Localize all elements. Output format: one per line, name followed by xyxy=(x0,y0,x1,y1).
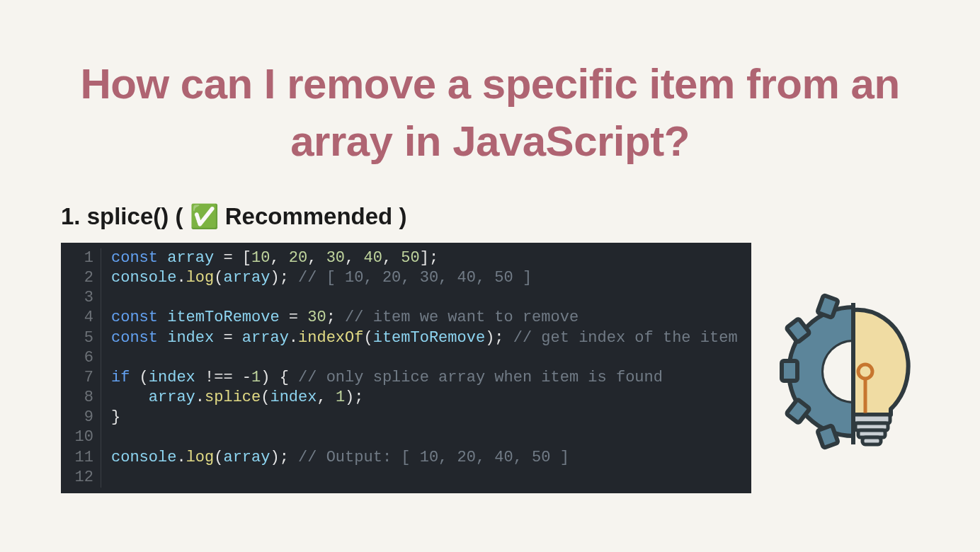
line-number: 4 xyxy=(74,308,93,328)
line-number: 1 xyxy=(74,248,93,268)
line-number: 10 xyxy=(74,427,93,447)
code-line: console.log(array); // [ 10, 20, 30, 40,… xyxy=(111,268,738,288)
section-heading: 1. splice() ( ✅ Recommended ) xyxy=(0,170,980,243)
code-gutter: 123456789101112 xyxy=(61,248,101,488)
svg-rect-10 xyxy=(862,437,881,444)
line-number: 2 xyxy=(74,268,93,288)
code-line: if (index !== -1) { // only splice array… xyxy=(111,368,738,388)
line-number: 9 xyxy=(74,408,93,427)
code-block: 123456789101112 const array = [10, 20, 3… xyxy=(61,243,751,493)
code-line xyxy=(111,288,738,308)
svg-rect-0 xyxy=(782,361,797,381)
line-number: 7 xyxy=(74,368,93,388)
line-number: 8 xyxy=(74,388,93,408)
lightbulb-icon xyxy=(853,310,908,444)
code-line: } xyxy=(111,408,738,427)
code-line: const array = [10, 20, 30, 40, 50]; xyxy=(111,248,738,268)
code-line xyxy=(111,348,738,368)
line-number: 3 xyxy=(74,288,93,308)
line-number: 6 xyxy=(74,348,93,368)
code-line xyxy=(111,427,738,447)
code-line: const itemToRemove = 30; // item we want… xyxy=(111,308,738,328)
line-number: 11 xyxy=(74,448,93,468)
line-number: 12 xyxy=(74,468,93,488)
svg-rect-4 xyxy=(817,425,838,448)
code-line: const index = array.indexOf(itemToRemove… xyxy=(111,328,738,348)
code-line: console.log(array); // Output: [ 10, 20,… xyxy=(111,448,738,468)
line-number: 5 xyxy=(74,328,93,348)
page-title: How can I remove a specific item from an… xyxy=(0,0,980,170)
svg-rect-3 xyxy=(817,295,838,318)
code-line: array.splice(index, 1); xyxy=(111,388,738,408)
code-content: const array = [10, 20, 30, 40, 50];conso… xyxy=(101,248,738,488)
code-line xyxy=(111,468,738,488)
gear-bulb-illustration xyxy=(772,290,935,453)
